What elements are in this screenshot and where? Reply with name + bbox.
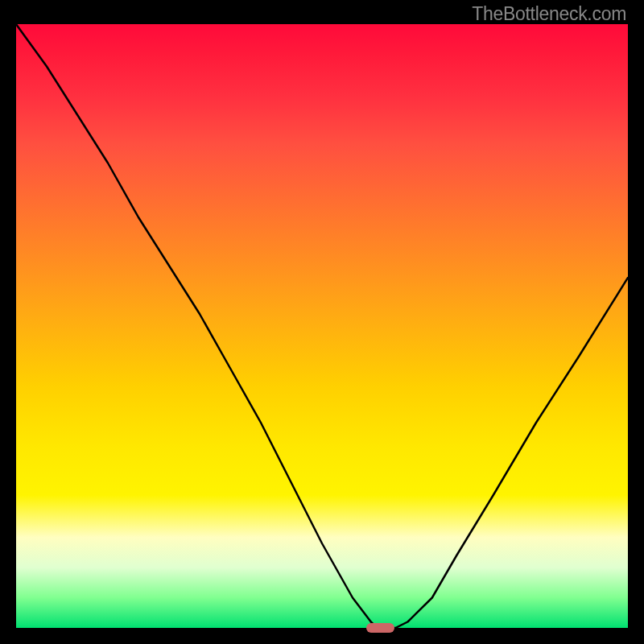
chart-container: TheBottleneck.com [0,0,644,644]
optimum-marker [366,623,394,633]
watermark-text: TheBottleneck.com [472,3,626,25]
plot-area [16,24,628,628]
